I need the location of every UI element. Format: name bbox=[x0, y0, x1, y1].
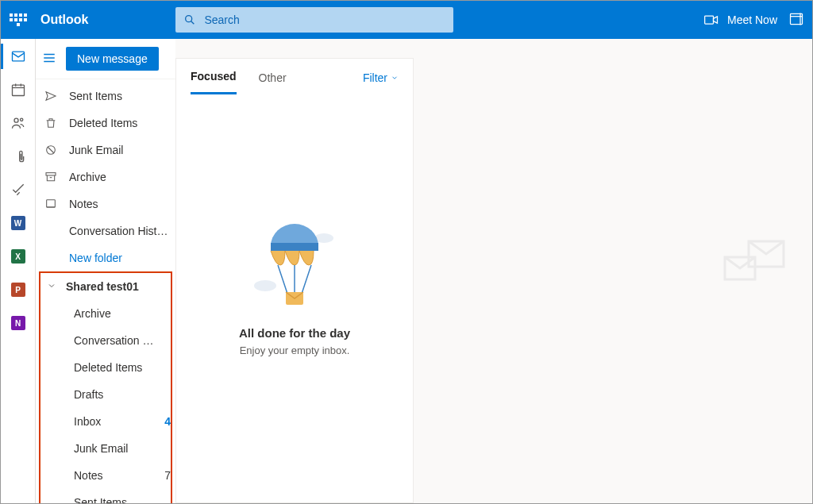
folder-sent-items[interactable]: Sent Items bbox=[36, 83, 175, 110]
calendar-module-icon[interactable] bbox=[9, 80, 28, 99]
search-placeholder: Search bbox=[204, 13, 239, 26]
note-icon bbox=[44, 197, 58, 211]
shared-mailbox-header[interactable]: Shared test01 bbox=[40, 273, 171, 300]
folder-junk[interactable]: Junk Email bbox=[36, 137, 175, 164]
svg-point-0 bbox=[186, 16, 192, 22]
shared-folder-inbox[interactable]: Inbox4 bbox=[40, 408, 171, 435]
svg-line-1 bbox=[191, 21, 195, 25]
search-icon bbox=[183, 13, 196, 26]
main: W X P N New message Sent Items Deleted I… bbox=[1, 39, 812, 503]
todo-module-icon[interactable] bbox=[9, 180, 28, 199]
video-icon bbox=[703, 12, 719, 28]
folder-archive[interactable]: Archive bbox=[36, 164, 175, 190]
empty-state: All done for the day Enjoy your empty in… bbox=[176, 95, 413, 356]
svg-rect-24 bbox=[271, 243, 318, 251]
shared-mailbox-highlight: Shared test01 Archive Conversation Hist…… bbox=[39, 271, 172, 504]
svg-point-12 bbox=[20, 118, 22, 121]
new-message-button[interactable]: New message bbox=[66, 47, 159, 71]
brand-label: Outlook bbox=[40, 13, 88, 27]
folder-deleted-items[interactable]: Deleted Items bbox=[36, 110, 175, 137]
balloon-illustration bbox=[251, 214, 338, 310]
trash-icon bbox=[44, 116, 58, 130]
svg-point-23 bbox=[254, 280, 276, 291]
empty-title: All done for the day bbox=[176, 326, 413, 340]
shared-folder-conversation-history[interactable]: Conversation Hist… bbox=[40, 327, 171, 354]
files-module-icon[interactable] bbox=[9, 147, 28, 166]
ghost-mail-illustration bbox=[701, 233, 796, 313]
mail-module-icon[interactable] bbox=[9, 47, 28, 66]
hamburger-icon[interactable] bbox=[42, 51, 56, 67]
content-area: Focused Other Filter bbox=[175, 39, 812, 503]
search-box[interactable]: Search bbox=[175, 7, 453, 33]
shared-folder-sent[interactable]: Sent Items bbox=[40, 489, 171, 504]
folder-conversation-history[interactable]: Conversation Hist… bbox=[36, 217, 175, 244]
left-rail: W X P N bbox=[1, 39, 36, 503]
my-day-icon[interactable] bbox=[788, 11, 804, 29]
header-bar: Outlook Search Meet Now bbox=[1, 1, 812, 39]
powerpoint-app-icon[interactable]: P bbox=[9, 280, 28, 299]
svg-rect-20 bbox=[47, 200, 56, 207]
svg-rect-2 bbox=[705, 16, 714, 24]
filter-button[interactable]: Filter bbox=[363, 71, 399, 94]
shared-folder-notes[interactable]: Notes7 bbox=[40, 462, 171, 489]
tab-focused[interactable]: Focused bbox=[191, 70, 237, 94]
folder-pane: New message Sent Items Deleted Items Jun… bbox=[36, 39, 175, 503]
chevron-down-icon bbox=[391, 74, 399, 82]
block-icon bbox=[44, 143, 58, 157]
message-list-pane: Focused Other Filter bbox=[175, 58, 414, 503]
empty-subtitle: Enjoy your empty inbox. bbox=[176, 344, 413, 356]
app-launcher-icon[interactable] bbox=[9, 10, 28, 29]
archive-icon bbox=[44, 170, 58, 184]
excel-app-icon[interactable]: X bbox=[9, 247, 28, 266]
folder-notes[interactable]: Notes bbox=[36, 190, 175, 217]
tab-other[interactable]: Other bbox=[259, 71, 287, 94]
shared-folder-junk[interactable]: Junk Email bbox=[40, 435, 171, 462]
shared-folder-archive[interactable]: Archive bbox=[40, 300, 171, 327]
shared-folder-drafts[interactable]: Drafts bbox=[40, 381, 171, 408]
reading-pane bbox=[414, 39, 812, 503]
svg-rect-18 bbox=[46, 173, 56, 175]
shared-folder-deleted[interactable]: Deleted Items bbox=[40, 354, 171, 381]
svg-rect-6 bbox=[12, 52, 24, 61]
word-app-icon[interactable]: W bbox=[9, 214, 28, 233]
people-module-icon[interactable] bbox=[9, 113, 28, 133]
svg-point-11 bbox=[14, 118, 18, 122]
svg-line-25 bbox=[278, 265, 287, 294]
chevron-down-icon bbox=[47, 280, 58, 293]
new-folder-link[interactable]: New folder bbox=[36, 244, 175, 271]
svg-rect-7 bbox=[12, 85, 24, 95]
svg-line-17 bbox=[48, 147, 54, 153]
svg-line-27 bbox=[302, 265, 311, 294]
send-icon bbox=[44, 89, 58, 103]
onenote-app-icon[interactable]: N bbox=[9, 314, 28, 333]
meet-now-button[interactable]: Meet Now bbox=[703, 12, 777, 28]
